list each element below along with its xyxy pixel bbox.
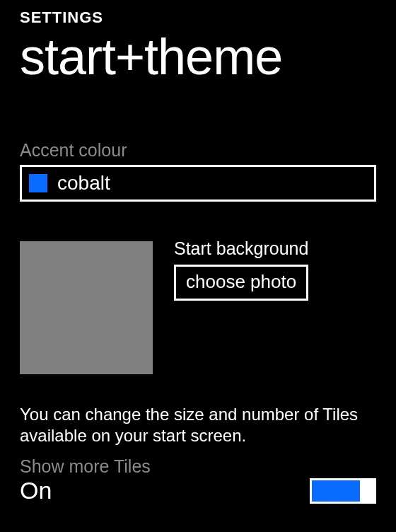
tiles-description: You can change the size and number of Ti… — [20, 404, 376, 446]
start-background-label: Start background — [174, 238, 376, 259]
show-more-tiles-state: On — [20, 477, 52, 504]
accent-colour-label: Accent colour — [20, 140, 376, 161]
toggle-thumb-icon — [360, 479, 374, 503]
breadcrumb: SETTINGS — [20, 8, 376, 27]
start-background-preview[interactable] — [20, 241, 153, 374]
show-more-tiles-label: Show more Tiles — [20, 456, 376, 477]
toggle-fill — [312, 480, 360, 502]
accent-colour-name: cobalt — [57, 173, 110, 193]
show-more-tiles-toggle[interactable] — [310, 478, 376, 504]
accent-colour-picker[interactable]: cobalt — [20, 165, 376, 202]
accent-swatch-icon — [29, 174, 47, 192]
page-title: start+theme — [20, 31, 376, 82]
choose-photo-button[interactable]: choose photo — [174, 265, 308, 301]
